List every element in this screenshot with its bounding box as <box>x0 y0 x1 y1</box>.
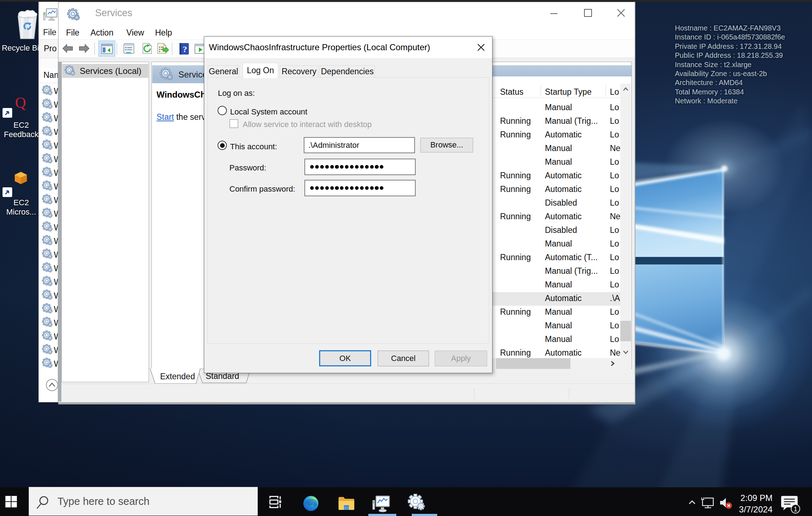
svg-text:Extended: Extended <box>160 372 195 381</box>
svg-text:1: 1 <box>794 505 798 513</box>
svg-text:?: ? <box>183 44 187 54</box>
